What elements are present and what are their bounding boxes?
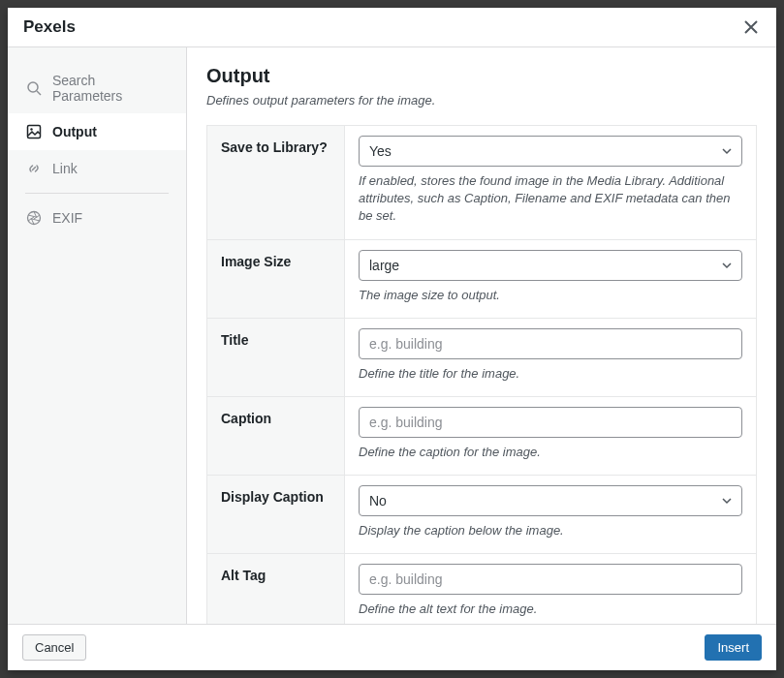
close-icon xyxy=(744,20,758,34)
close-button[interactable] xyxy=(741,17,761,37)
field-display-caption: Display Caption No Display the caption b… xyxy=(206,476,757,554)
field-label: Display Caption xyxy=(207,476,345,553)
field-body: Define the title for the image. xyxy=(345,319,756,396)
svg-point-3 xyxy=(30,128,32,130)
save-to-library-select[interactable]: Yes xyxy=(359,136,742,167)
svg-line-1 xyxy=(37,91,41,95)
field-body: large The image size to output. xyxy=(345,240,756,318)
field-body: Define the caption for the image. xyxy=(345,397,756,475)
field-helper: Define the alt text for the image. xyxy=(359,601,742,618)
sidebar-item-label: Search Parameters xyxy=(52,73,169,104)
caption-input[interactable] xyxy=(359,407,742,438)
select-wrap: Yes xyxy=(359,136,742,167)
field-image-size: Image Size large The image size to outpu… xyxy=(206,240,757,319)
footer: Cancel Insert xyxy=(8,624,776,670)
sidebar-item-label: EXIF xyxy=(52,210,82,226)
field-body: No Display the caption below the image. xyxy=(345,476,756,553)
sidebar-item-label: Output xyxy=(52,124,97,139)
sidebar-item-link[interactable]: Link xyxy=(8,150,186,187)
dialog-body: Search Parameters Output Link EXIF xyxy=(8,47,776,624)
field-save-to-library: Save to Library? Yes If enabled, stores … xyxy=(206,125,757,240)
insert-button[interactable]: Insert xyxy=(705,634,762,661)
sidebar-item-output[interactable]: Output xyxy=(8,113,186,150)
section-title: Output xyxy=(206,65,757,87)
field-body: Yes If enabled, stores the found image i… xyxy=(345,126,756,239)
search-icon xyxy=(25,79,43,97)
field-label: Save to Library? xyxy=(207,126,345,239)
field-helper: Define the title for the image. xyxy=(359,365,742,383)
image-size-select[interactable]: large xyxy=(359,250,742,281)
titlebar: Pexels xyxy=(8,8,776,47)
sidebar-item-exif[interactable]: EXIF xyxy=(8,200,186,236)
content: Output Defines output parameters for the… xyxy=(187,47,776,624)
field-helper: Define the caption for the image. xyxy=(359,444,742,461)
svg-point-4 xyxy=(28,212,41,225)
sidebar: Search Parameters Output Link EXIF xyxy=(8,47,187,624)
field-title: Title Define the title for the image. xyxy=(206,319,757,397)
field-label: Caption xyxy=(207,397,345,475)
field-caption: Caption Define the caption for the image… xyxy=(206,397,757,476)
field-helper: Display the caption below the image. xyxy=(359,522,742,539)
field-helper: If enabled, stores the found image in th… xyxy=(359,172,742,226)
field-body: Define the alt text for the image. xyxy=(345,554,756,624)
field-helper: The image size to output. xyxy=(359,287,742,304)
select-wrap: No xyxy=(359,485,742,516)
section-desc: Defines output parameters for the image. xyxy=(206,93,757,108)
select-wrap: large xyxy=(359,250,742,281)
title-input[interactable] xyxy=(359,328,742,359)
sidebar-item-label: Link xyxy=(52,161,78,176)
dialog: Pexels Search Parameters Output xyxy=(8,8,776,670)
field-label: Image Size xyxy=(207,240,345,318)
alt-tag-input[interactable] xyxy=(359,564,742,595)
image-icon xyxy=(25,123,43,140)
field-label: Alt Tag xyxy=(207,554,345,624)
content-scroll[interactable]: Output Defines output parameters for the… xyxy=(187,47,776,624)
sidebar-item-search-parameters[interactable]: Search Parameters xyxy=(8,63,186,113)
sidebar-divider xyxy=(25,193,169,194)
field-label: Title xyxy=(207,319,345,396)
display-caption-select[interactable]: No xyxy=(359,485,742,516)
link-icon xyxy=(25,160,43,177)
dialog-title: Pexels xyxy=(23,17,76,37)
svg-point-0 xyxy=(28,82,38,92)
field-alt-tag: Alt Tag Define the alt text for the imag… xyxy=(206,554,757,624)
aperture-icon xyxy=(25,209,43,227)
cancel-button[interactable]: Cancel xyxy=(22,634,86,661)
